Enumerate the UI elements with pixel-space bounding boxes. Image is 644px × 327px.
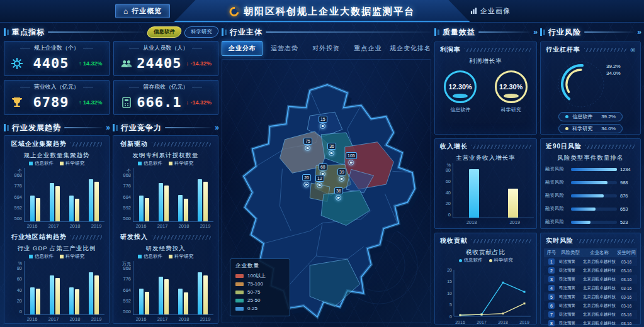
legend-swatch: [60, 255, 64, 258]
kpi-pill-1[interactable]: 科学研究: [183, 26, 220, 38]
x-tick: 2019: [200, 316, 211, 322]
panel-more-icon[interactable]: »: [533, 28, 537, 36]
chart-title: 行业 GDP 占第三产业比例: [6, 245, 107, 253]
top-header: ⌂ 行业概览 朝阳区科创规上企业大数据监测平台 企业画像: [0, 0, 644, 23]
y-tick: 868: [123, 173, 131, 177]
table-row-0[interactable]: 1司法预警北京启航卓越科技有限公司03-16: [544, 257, 637, 266]
row-index-badge: 3: [548, 276, 555, 282]
panel-divider: [64, 127, 103, 128]
tab-2[interactable]: 对外投资: [307, 42, 346, 55]
panel-bars-icon: [434, 28, 439, 36]
gauge-0: 12.30%信息软件: [444, 70, 477, 113]
gear-icon: [11, 57, 23, 70]
tab-1[interactable]: 运营态势: [264, 42, 304, 55]
map-marker-0[interactable]: 15: [319, 116, 327, 129]
occur-time: 03-16: [617, 295, 636, 299]
bar-科学研究: [36, 289, 40, 314]
bar-科学研究: [145, 292, 149, 314]
x-tick: 2016: [136, 223, 147, 229]
tab-4[interactable]: 规企变化排名: [390, 42, 431, 55]
bar-科学研究: [55, 186, 60, 221]
map-marker-5[interactable]: 39: [337, 169, 346, 182]
tab-3[interactable]: 重点企业: [348, 42, 388, 55]
y-tick: 0: [446, 213, 451, 217]
legend-swatch: [169, 255, 172, 258]
map-marker-value: 36: [327, 143, 336, 150]
map-marker-3[interactable]: 105: [346, 152, 357, 165]
risk-rank-row-2: 融资风险876: [545, 192, 636, 199]
table-row-5[interactable]: 6司法预警北京启航卓越科技有限公司03-16: [544, 301, 637, 310]
panel-divider: [48, 31, 144, 33]
map-marker-2[interactable]: 36: [327, 143, 336, 156]
hatch-decoration: [585, 145, 635, 149]
section-title: 实时风险: [546, 236, 573, 245]
table-row-7[interactable]: 8司法预警北京启航卓越科技有限公司03-16: [544, 319, 637, 327]
map-marker-8[interactable]: 36: [334, 187, 343, 201]
risk-rank-label: 融资风险: [545, 166, 568, 172]
nav-enterprise-portrait[interactable]: 企业画像: [463, 4, 518, 18]
legend-swatch: [169, 162, 172, 165]
section-income-growth: 收入增长 主营业务收入增长率%80604020020182019: [434, 138, 537, 229]
legend-swatch: [459, 259, 462, 262]
kpi-card-value: 4405: [26, 55, 76, 71]
map-marker-value: 75: [303, 138, 312, 145]
map-marker-7[interactable]: 12: [315, 175, 324, 188]
company-name: 北京启航卓越科技有限公司: [583, 268, 616, 274]
tab-0[interactable]: 企业分布: [222, 41, 263, 56]
svg-text:5: 5: [449, 302, 452, 307]
table-row-2[interactable]: 3司法预警北京启航卓越科技有限公司03-16: [544, 275, 637, 284]
legend-item: 科学研究: [489, 257, 513, 263]
map-marker-6[interactable]: 20: [302, 174, 311, 187]
table-row-1[interactable]: 2司法预警北京启航卓越科技有限公司03-16: [544, 266, 637, 275]
risk-rank-label: 融资风险: [545, 206, 568, 212]
leverage-legend-item-1: 科学研究34.0%: [558, 124, 623, 133]
x-tick: 2017: [48, 316, 59, 322]
kpi-card-body: 4405↑ 14.32%: [9, 52, 104, 74]
panel-more-icon[interactable]: »: [106, 123, 110, 132]
panel-key-indicators-title: 重点指标: [12, 27, 45, 38]
map-marker-ring-icon: [339, 176, 344, 182]
bar-信息软件: [30, 196, 35, 221]
bar-科学研究: [55, 278, 60, 314]
bar-group: [159, 277, 169, 314]
section-title: 区域企业集聚趋势: [11, 140, 67, 148]
chart-income-growth: 主营业务收入增长率%80604020020182019: [435, 154, 536, 225]
table-row-4[interactable]: 5司法预警北京启航卓越科技有限公司03-16: [544, 292, 637, 301]
risk-rank-track: [571, 168, 617, 171]
x-tick: 2018: [179, 316, 189, 322]
table-row-6[interactable]: 7司法预警北京启航卓越科技有限公司03-16: [544, 310, 637, 319]
bar-科学研究: [184, 199, 188, 221]
bar-group: [508, 189, 518, 218]
bar-信息软件: [139, 289, 144, 314]
kpi-card-body: 24405↓ -14.32%: [119, 52, 213, 74]
panel-industry-trend: 行业发展趋势 » 区域企业集聚趋势 规上企业数量集聚趋势信息软件科学研究个868…: [4, 122, 110, 324]
company-name: 北京启航卓越科技有限公司: [583, 321, 616, 326]
legend-item: 信息软件: [138, 160, 162, 167]
hatch-decoration: [71, 235, 102, 240]
nav-industry-overview[interactable]: ⌂ 行业概览: [115, 4, 170, 18]
panel-more-icon[interactable]: »: [637, 28, 641, 36]
y-tick: 40: [446, 191, 451, 195]
x-tick: 2018: [70, 223, 81, 229]
map-marker-value: 68: [319, 164, 327, 170]
table-row-3[interactable]: 4司法预警北京启航卓越科技有限公司03-16: [544, 284, 637, 292]
bar-group: [178, 195, 188, 221]
x-tick: 2019: [91, 316, 102, 322]
row-index-badge: 8: [548, 320, 555, 326]
panel-more-icon[interactable]: »: [215, 123, 218, 132]
map-marker-ring-icon: [320, 123, 325, 129]
company-name: 北京启航卓越科技有限公司: [583, 277, 616, 282]
map-marker-value: 36: [334, 187, 343, 194]
y-tick: 592: [14, 206, 22, 210]
bar-科学研究: [94, 182, 99, 221]
map-marker-ring-icon: [348, 160, 354, 165]
y-axis-ticks: 868776684592500: [123, 266, 131, 314]
y-axis-ticks: 806040200: [446, 168, 451, 217]
target-icon[interactable]: ◎: [630, 47, 635, 53]
map-marker-1[interactable]: 75: [303, 138, 312, 151]
chart-leverage-donut: 39.2%34.0%: [541, 55, 640, 111]
legend-swatch: [60, 162, 64, 165]
kpi-pill-0[interactable]: 信息软件: [146, 26, 183, 38]
section-title: 研发投入: [120, 233, 148, 241]
risk-rank-bar: [571, 181, 607, 184]
